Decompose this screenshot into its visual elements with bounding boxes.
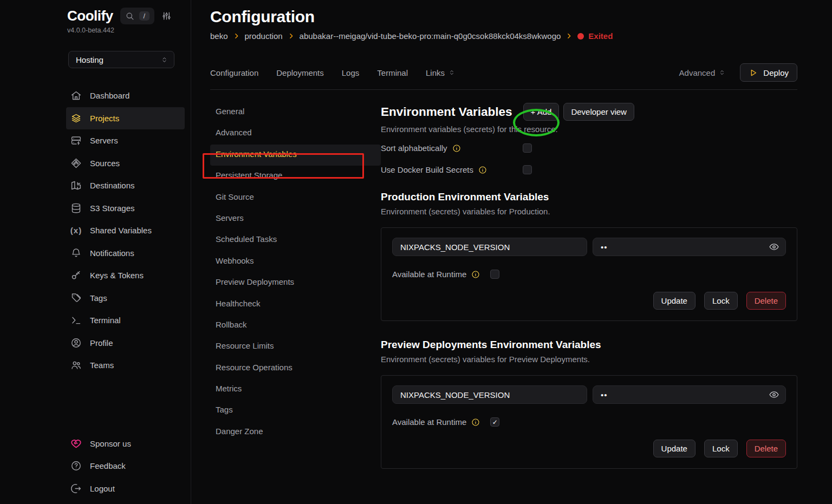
var-value-input[interactable]: [593, 385, 786, 404]
tags-icon: [70, 292, 82, 304]
database-icon: [70, 202, 82, 214]
subnav-healthcheck[interactable]: Healthcheck: [210, 294, 381, 315]
delete-button[interactable]: Delete: [746, 440, 786, 457]
update-button[interactable]: Update: [653, 440, 696, 457]
production-env-section: Production Environment Variables Environ…: [381, 191, 797, 321]
server-icon: [70, 135, 82, 146]
production-section-title: Production Environment Variables: [381, 191, 797, 203]
sidebar-item-projects[interactable]: Projects: [66, 107, 185, 130]
lock-button[interactable]: Lock: [704, 292, 738, 310]
subnav-servers[interactable]: Servers: [210, 208, 381, 230]
search-button[interactable]: /: [120, 8, 155, 24]
sidebar-item-profile[interactable]: Profile: [66, 332, 185, 355]
chevron-up-down-icon: [160, 56, 168, 64]
subnav-general[interactable]: General: [210, 102, 381, 123]
lock-button[interactable]: Lock: [704, 440, 738, 457]
sidebar-item-sources[interactable]: Sources: [66, 152, 185, 175]
subnav-persistent-storage[interactable]: Persistent Storage: [210, 166, 381, 187]
available-at-runtime-label: Available at Runtime: [392, 417, 466, 427]
developer-view-button[interactable]: Developer view: [563, 103, 634, 121]
tab-links[interactable]: Links: [426, 68, 456, 77]
environment-variables-panel: Environment Variables + Add Developer vi…: [381, 90, 797, 504]
chevron-up-down-icon: [718, 69, 726, 76]
info-icon: [452, 144, 461, 153]
sidebar-item-tags[interactable]: Tags: [66, 287, 185, 310]
app-logo: Coolify: [67, 8, 113, 24]
production-section-description: Environment (secrets) variables for Prod…: [381, 207, 797, 216]
settings-sliders-icon[interactable]: [161, 11, 172, 21]
sidebar-item-logout[interactable]: Logout: [66, 477, 185, 500]
subnav-resource-limits[interactable]: Resource Limits: [210, 336, 381, 357]
update-button[interactable]: Update: [653, 292, 696, 310]
status-badge: Exited: [577, 31, 613, 41]
team-select[interactable]: Hosting: [68, 51, 174, 68]
play-icon: [749, 68, 758, 77]
available-at-runtime-checkbox[interactable]: [490, 417, 499, 427]
section-title: Environment Variables: [381, 105, 512, 119]
subnav-environment-variables[interactable]: Environment Variables: [210, 145, 381, 166]
subnav-preview-deployments[interactable]: Preview Deployments: [210, 272, 381, 293]
chevron-up-down-icon: [448, 69, 456, 76]
subnav-git-source[interactable]: Git Source: [210, 187, 381, 208]
subnav-danger-zone[interactable]: Danger Zone: [210, 422, 381, 443]
available-at-runtime-checkbox[interactable]: [490, 270, 499, 279]
team-select-value: Hosting: [76, 55, 103, 64]
sidebar-item-dashboard[interactable]: Dashboard: [66, 84, 185, 107]
sidebar-item-notifications[interactable]: Notifications: [66, 242, 185, 265]
sidebar-item-label: Keys & Tokens: [90, 271, 144, 280]
subnav-scheduled-tasks[interactable]: Scheduled Tasks: [210, 230, 381, 251]
sidebar-item-label: Dashboard: [90, 91, 129, 100]
breadcrumb-environment[interactable]: production: [245, 31, 283, 41]
sort-alphabetically-checkbox[interactable]: [523, 143, 532, 153]
coolify-app: Coolify / v4.0.0-beta.442 Hosting: [0, 0, 832, 504]
sidebar-item-s3-storages[interactable]: S3 Storages: [66, 197, 185, 220]
user-circle-icon: [70, 337, 82, 349]
sidebar-item-terminal[interactable]: Terminal: [66, 309, 185, 332]
users-icon: [70, 359, 82, 371]
tab-logs[interactable]: Logs: [342, 68, 360, 77]
deploy-button[interactable]: Deploy: [740, 63, 797, 82]
tab-terminal[interactable]: Terminal: [377, 68, 408, 77]
subnav-rollback[interactable]: Rollback: [210, 315, 381, 336]
subnav-advanced[interactable]: Advanced: [210, 123, 381, 144]
sidebar-item-shared-variables[interactable]: (x) Shared Variables: [66, 219, 185, 242]
sidebar-item-feedback[interactable]: Feedback: [66, 455, 185, 477]
subnav-resource-operations[interactable]: Resource Operations: [210, 358, 381, 379]
var-value-input[interactable]: [593, 238, 786, 256]
tab-deployments[interactable]: Deployments: [276, 68, 324, 77]
var-name-input[interactable]: [392, 238, 587, 256]
deploy-label: Deploy: [763, 68, 789, 77]
sidebar-item-keys-tokens[interactable]: Keys & Tokens: [66, 264, 185, 287]
search-icon: [125, 11, 134, 21]
preview-env-section: Preview Deployments Environment Variable…: [381, 339, 797, 469]
sidebar-item-label: Projects: [90, 114, 119, 123]
sidebar-header: Coolify / v4.0.0-beta.442 Hosting: [0, 0, 191, 68]
subnav-tags[interactable]: Tags: [210, 400, 381, 421]
info-icon: [478, 166, 487, 174]
layers-icon: [70, 113, 82, 124]
sidebar-item-label: Terminal: [90, 316, 121, 325]
page-title: Configuration: [210, 8, 797, 26]
add-variable-button[interactable]: + Add: [523, 103, 560, 121]
docker-build-secrets-row: Use Docker Build Secrets: [381, 165, 797, 174]
reveal-value-eye-icon[interactable]: [769, 241, 779, 252]
breadcrumb-team[interactable]: beko: [210, 31, 228, 41]
status-text: Exited: [588, 31, 613, 41]
sidebar-item-teams[interactable]: Teams: [66, 354, 185, 377]
sidebar-item-sponsor[interactable]: Sponsor us: [66, 433, 185, 455]
info-icon: [471, 418, 480, 427]
reveal-value-eye-icon[interactable]: [769, 389, 779, 400]
sidebar-item-destinations[interactable]: Destinations: [66, 174, 185, 197]
tab-configuration[interactable]: Configuration: [210, 68, 258, 77]
var-name-input[interactable]: [392, 385, 587, 404]
docker-build-secrets-checkbox[interactable]: [523, 165, 532, 174]
help-circle-icon: [70, 460, 82, 472]
advanced-dropdown[interactable]: Advanced: [679, 68, 726, 77]
sidebar-item-servers[interactable]: Servers: [66, 129, 185, 152]
delete-button[interactable]: Delete: [746, 292, 786, 310]
subnav-metrics[interactable]: Metrics: [210, 379, 381, 400]
sidebar-item-label: Sources: [90, 159, 120, 168]
terminal-icon: [70, 315, 82, 326]
subnav-webhooks[interactable]: Webhooks: [210, 251, 381, 272]
breadcrumb-resource[interactable]: abubakar--meigag/vid-tube-beko-pro:main-…: [300, 31, 561, 41]
